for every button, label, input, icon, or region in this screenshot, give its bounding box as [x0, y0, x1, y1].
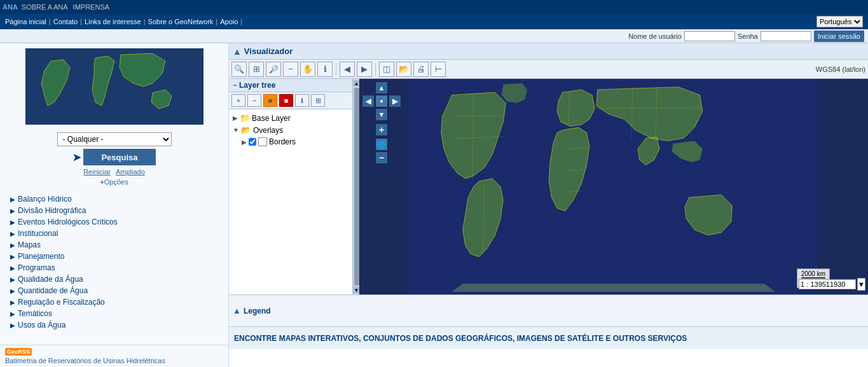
scale-dropdown-btn[interactable]: ▼: [857, 278, 865, 291]
viz-title: Visualizador: [244, 46, 293, 56]
nav-down-btn[interactable]: ▼: [375, 108, 388, 121]
login-button[interactable]: Iniciar sessão: [814, 31, 864, 42]
category-balanco[interactable]: ▶ Balanço Hídrico: [10, 193, 223, 205]
georss-bar: GeoRSS Batimetria de Reservatórios de Us…: [0, 345, 228, 367]
nav-contato[interactable]: Contato: [53, 18, 78, 25]
legend-collapse-icon[interactable]: ▲: [233, 306, 241, 315]
folder-icon2: 📂: [241, 125, 251, 135]
layer-tree-toolbar: + − ■ ■ ℹ ⊞: [229, 92, 352, 109]
topbar-imprensa[interactable]: IMPRENSA: [73, 3, 109, 11]
nav-pagina-inicial[interactable]: Página inicial: [5, 18, 46, 25]
cat-bullet-icon: ▶: [10, 207, 15, 214]
toolbar-sep: [336, 63, 336, 76]
category-usos[interactable]: ▶ Usos da Água: [10, 319, 223, 331]
category-mapas[interactable]: ▶ Mapas: [10, 239, 223, 251]
cat-label: Institucional: [18, 229, 58, 238]
minimap-thumbnail: [25, 48, 203, 125]
topbar-sobre[interactable]: SOBRE A ANA: [22, 3, 68, 11]
lt-add-btn[interactable]: +: [231, 94, 245, 107]
category-quantidade[interactable]: ▶ Quantidade de Água: [10, 285, 223, 296]
prev-extent-btn[interactable]: ◀: [340, 62, 355, 77]
scroll-down-btn[interactable]: ▼: [354, 287, 360, 293]
right-panel: ▲ Visualizador 🔍 ⊞ 🔎 − ✋ ℹ ◀ ▶ ◫ 📂 🖨 ⊢ W…: [229, 43, 868, 367]
lt-grid-btn[interactable]: ⊞: [311, 94, 325, 107]
clear-btn[interactable]: ◫: [379, 62, 394, 77]
nav-right-btn[interactable]: ▶: [389, 95, 401, 107]
nav-zoom-controls: + 🌐 −: [375, 123, 388, 164]
measure-btn[interactable]: ⊢: [431, 62, 446, 77]
info-btn[interactable]: ℹ: [317, 62, 333, 77]
batimetria-link[interactable]: Batimetria de Reservatórios de Usinas Hi…: [5, 357, 223, 364]
expand-icon: ▶: [233, 114, 238, 121]
search-button[interactable]: Pesquisa: [83, 149, 155, 165]
search-row: ➤ Pesquisa: [72, 149, 155, 165]
base-layer-label: Base Layer: [252, 114, 291, 123]
category-divisao[interactable]: ▶ Divisão Hidrográfica: [10, 205, 223, 216]
lang-select[interactable]: Português English Español: [816, 16, 863, 27]
options-row[interactable]: +Opções: [100, 178, 128, 186]
expand-icon2: ▼: [233, 127, 239, 134]
bottom-bar: ENCONTRE MAPAS INTERATIVOS, CONJUNTOS DE…: [229, 326, 868, 349]
nav-left-btn[interactable]: ◀: [362, 95, 375, 107]
category-qualidade[interactable]: ▶ Qualidade da Água: [10, 274, 223, 285]
nav-empty1: [362, 81, 375, 94]
lt-red-btn[interactable]: ■: [279, 94, 293, 107]
scale-ratio-input[interactable]: [799, 279, 856, 289]
base-layer-node[interactable]: ▶ 📁 Base Layer: [233, 112, 348, 124]
nav-sobre-geonetwork[interactable]: Sobre o GeoNetwork: [148, 18, 214, 25]
nav-up-btn[interactable]: ▲: [375, 81, 388, 94]
open-btn[interactable]: 📂: [396, 62, 411, 77]
nav-zoom-out-btn[interactable]: −: [375, 151, 388, 164]
search-arrow-icon: ➤: [72, 151, 81, 163]
borders-checkbox[interactable]: [249, 138, 256, 146]
overlays-node[interactable]: ▼ 📂 Overlays: [233, 124, 348, 136]
map-area: ▲ ◀ ● ▶ ▼ + 🌐 −: [359, 79, 868, 294]
nav-zoom-in-btn[interactable]: +: [375, 123, 388, 136]
scroll-up-btn[interactable]: ▲: [354, 80, 360, 87]
login-bar: Nome de usuário Senha Iniciar sessão: [0, 29, 868, 43]
username-input[interactable]: [684, 31, 735, 41]
lt-collapse-icon[interactable]: −: [233, 81, 237, 90]
lt-remove-btn[interactable]: −: [247, 94, 261, 107]
scroll-thumb[interactable]: [354, 88, 359, 286]
pan-btn[interactable]: ✋: [300, 62, 315, 77]
full-extent-btn[interactable]: ⊞: [249, 62, 264, 77]
georss-link[interactable]: GeoRSS: [5, 348, 223, 356]
zoom-minus-btn[interactable]: −: [283, 62, 298, 77]
cat-bullet-icon: ▶: [10, 196, 15, 203]
category-planejamento[interactable]: ▶ Planejamento: [10, 251, 223, 262]
nav-apoio[interactable]: Apoio: [220, 18, 238, 25]
legend-panel: ▲ Legend: [229, 294, 868, 326]
category-eventos[interactable]: ▶ Eventos Hidrológicos Críticos: [10, 216, 223, 228]
layer-scrollbar[interactable]: ▲ ▼: [353, 79, 359, 294]
map-navigation: ▲ ◀ ● ▶ ▼ + 🌐 −: [362, 81, 401, 164]
category-programas[interactable]: ▶ Programas: [10, 262, 223, 274]
cat-bullet-icon: ▶: [10, 322, 15, 329]
zoom-out-btn[interactable]: 🔎: [266, 62, 281, 77]
viz-collapse-icon[interactable]: ▲: [233, 46, 242, 57]
category-list: ▶ Balanço Hídrico ▶ Divisão Hidrográfica…: [0, 188, 228, 345]
reiniciar-link[interactable]: Reiniciar: [83, 168, 111, 176]
lt-orange-btn[interactable]: ■: [263, 94, 277, 107]
nav-globe-btn[interactable]: 🌐: [375, 138, 388, 151]
category-institucional[interactable]: ▶ Institucional: [10, 228, 223, 239]
top-bar: ANA SOBRE A ANA IMPRENSA: [0, 0, 868, 14]
nav-bar: Página inicial | Contato | Links de inte…: [0, 14, 868, 29]
zoom-in-btn[interactable]: 🔍: [231, 62, 247, 77]
lt-info-btn2[interactable]: ℹ: [295, 94, 309, 107]
borders-node[interactable]: ▶ Borders: [242, 136, 348, 148]
borders-label: Borders: [269, 137, 296, 146]
nav-links-interesse[interactable]: Links de interesse: [85, 18, 141, 25]
next-extent-btn[interactable]: ▶: [357, 62, 372, 77]
category-tematicos[interactable]: ▶ Temáticos: [10, 308, 223, 319]
cat-bullet-icon: ▶: [10, 230, 15, 237]
category-regulacao[interactable]: ▶ Regulação e Fiscalização: [10, 296, 223, 308]
cat-label: Balanço Hídrico: [18, 195, 72, 204]
nav-center-btn[interactable]: ●: [375, 95, 388, 107]
print-btn[interactable]: 🖨: [413, 62, 429, 77]
password-input[interactable]: [761, 31, 811, 41]
minimap-svg: [25, 48, 203, 125]
search-select[interactable]: - Qualquer -: [57, 132, 172, 146]
ampliado-link[interactable]: Ampliado: [116, 168, 145, 176]
toolbar-sep2: [375, 63, 376, 76]
